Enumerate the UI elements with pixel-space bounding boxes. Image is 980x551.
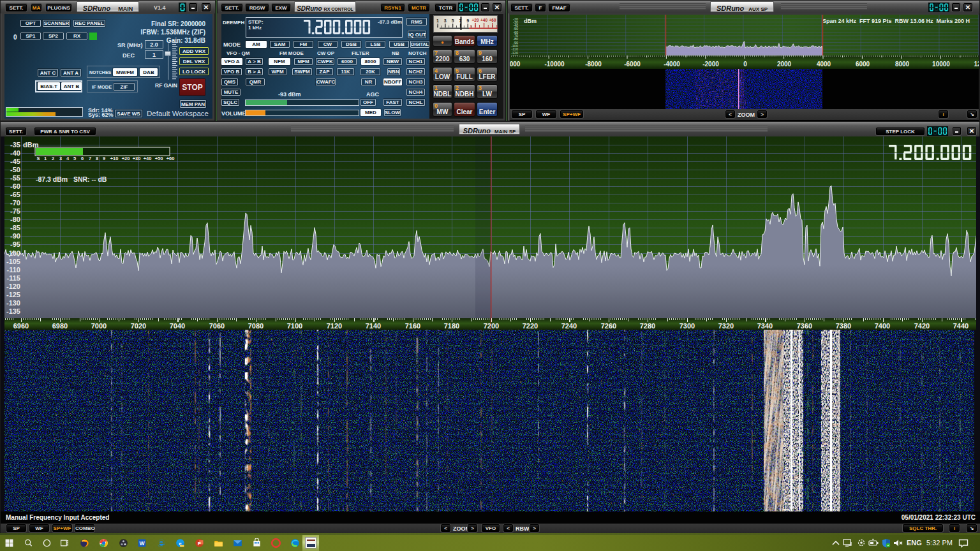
svg-text:7120: 7120: [327, 322, 342, 330]
svg-text:9: 9: [103, 156, 105, 161]
svg-text:+20: +20: [122, 156, 130, 161]
svg-text:6980: 6980: [52, 322, 68, 330]
svg-text:7260: 7260: [601, 322, 616, 330]
svg-text:5: 5: [73, 156, 76, 161]
svg-text:7360: 7360: [797, 322, 812, 330]
svg-text:S: S: [36, 156, 40, 161]
svg-text:7340: 7340: [757, 322, 773, 330]
svg-text:7320: 7320: [718, 322, 734, 330]
svg-text:-130: -130: [6, 299, 20, 307]
svg-text:-10000: -10000: [544, 61, 565, 68]
svg-text:7060: 7060: [209, 322, 225, 330]
svg-text:-2000: -2000: [702, 61, 719, 68]
svg-text:4000: 4000: [817, 61, 831, 68]
svg-text:8: 8: [96, 156, 98, 161]
svg-text:+40: +40: [480, 18, 487, 22]
svg-text:10000: 10000: [932, 61, 950, 68]
svg-text:+40: +40: [144, 156, 152, 161]
svg-text:7: 7: [89, 156, 91, 161]
svg-text:7220: 7220: [523, 322, 538, 330]
svg-text:7020: 7020: [131, 322, 146, 330]
svg-text:+60: +60: [489, 18, 496, 22]
svg-text:-50: -50: [10, 166, 20, 173]
svg-text:7280: 7280: [640, 322, 655, 330]
svg-text:-40: -40: [10, 149, 20, 157]
svg-text:7400: 7400: [875, 322, 890, 330]
svg-text:-110: -110: [7, 266, 20, 274]
svg-text:3: 3: [444, 18, 447, 23]
svg-text:P: P: [198, 541, 201, 547]
svg-text:-87.3 dBm SNR: -- dB: -87.3 dBm SNR: -- dB: [36, 175, 107, 183]
svg-text:6960: 6960: [13, 322, 29, 330]
svg-text:7380: 7380: [836, 322, 851, 330]
svg-text:2000: 2000: [777, 61, 792, 68]
svg-text:-80: -80: [10, 216, 20, 223]
svg-text:-90: -90: [10, 232, 20, 240]
svg-text:7080: 7080: [248, 322, 264, 330]
svg-text:+20: +20: [471, 18, 479, 22]
svg-text:9: 9: [466, 18, 469, 23]
svg-text:5: 5: [452, 18, 454, 23]
svg-text:-120: -120: [6, 283, 20, 290]
svg-text:12: 12: [974, 61, 979, 68]
svg-text:-35: -35: [10, 141, 20, 149]
svg-text:-4000: -4000: [664, 61, 680, 68]
svg-text:-135: -135: [6, 307, 20, 315]
svg-text:7180: 7180: [444, 322, 459, 330]
svg-text:+10: +10: [110, 156, 119, 161]
svg-text:000: 000: [510, 61, 521, 68]
svg-text:7160: 7160: [405, 322, 420, 330]
svg-text:+30: +30: [133, 156, 141, 161]
svg-text:-45: -45: [10, 158, 20, 165]
svg-text:+60: +60: [167, 156, 175, 161]
svg-text:7300: 7300: [679, 322, 695, 330]
svg-text:1: 1: [44, 156, 47, 161]
svg-text:6000: 6000: [856, 61, 870, 68]
svg-text:-8000: -8000: [585, 61, 602, 68]
svg-text:-75: -75: [10, 207, 20, 215]
svg-text:-125: -125: [6, 291, 20, 298]
svg-text:-105: -105: [6, 258, 20, 265]
svg-text:3: 3: [59, 156, 62, 161]
svg-text:7100: 7100: [287, 322, 302, 330]
svg-text:7140: 7140: [366, 322, 381, 330]
svg-text:6: 6: [81, 156, 84, 161]
svg-text:7420: 7420: [914, 322, 930, 330]
svg-text:0: 0: [743, 61, 747, 68]
svg-text:-55: -55: [10, 174, 20, 182]
svg-text:-70: -70: [10, 199, 20, 207]
svg-text:-65: -65: [10, 191, 20, 198]
svg-text:7000: 7000: [91, 322, 107, 330]
svg-text:-85: -85: [10, 224, 20, 231]
svg-text:W: W: [139, 540, 145, 547]
svg-text:-115: -115: [7, 274, 20, 282]
svg-text:Span 24 kHz FFT 919 Pts RBW: Span 24 kHz FFT 919 Pts RBW 13.06 Hz Mar…: [822, 18, 970, 24]
svg-text:7240: 7240: [561, 322, 577, 330]
svg-text:-60: -60: [10, 182, 20, 190]
svg-text:-100: -100: [6, 249, 20, 257]
svg-text:7040: 7040: [170, 322, 185, 330]
svg-text:+50: +50: [155, 156, 163, 161]
svg-text:-95: -95: [10, 240, 20, 248]
svg-text:8000: 8000: [895, 61, 910, 68]
svg-text:1: 1: [436, 18, 439, 23]
svg-text:dBm: dBm: [524, 18, 537, 24]
svg-text:-6000: -6000: [624, 61, 641, 68]
svg-text:2: 2: [52, 156, 54, 161]
svg-text:7440: 7440: [953, 322, 969, 330]
